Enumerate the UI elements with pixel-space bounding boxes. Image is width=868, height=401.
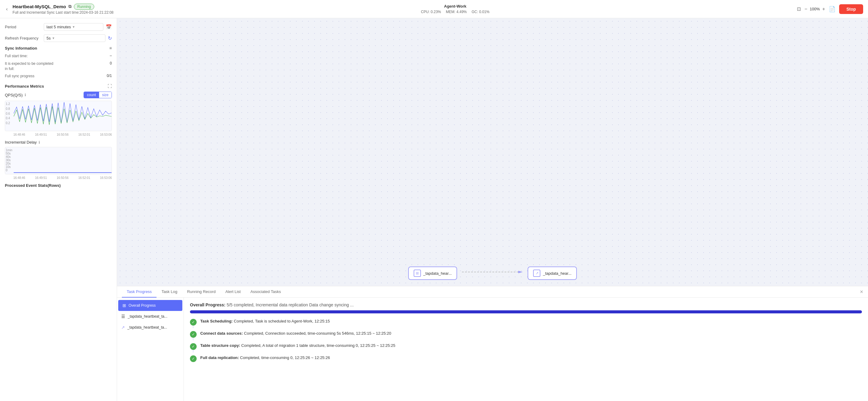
header-left: ‹ Heartbeat-MySQL_Demo ⧉ Running Full an… xyxy=(5,4,114,15)
check-icon-table-copy: ✓ xyxy=(190,343,197,350)
zoom-level: 100% xyxy=(810,7,820,11)
dy-2: 40s xyxy=(6,155,12,159)
document-icon[interactable]: 📄 xyxy=(829,6,835,12)
overall-label: Overall Progress xyxy=(129,303,156,308)
back-button[interactable]: ‹ xyxy=(5,5,9,13)
panel-content: ⊞ Overall Progress ☰ _tapdata_heartbeat_… xyxy=(117,297,868,401)
target-node[interactable]: ↗ _tapdata_hear... xyxy=(528,266,577,280)
agent-info: Agent-Work CPU: 0.23% MEM: 4.49% GC: 0.0… xyxy=(119,4,792,14)
full-sync-val: 0/1 xyxy=(107,74,112,78)
dx-1: 16:49:51 xyxy=(35,176,47,179)
target-node-icon: ↗ xyxy=(533,269,541,277)
stop-button[interactable]: Stop xyxy=(839,4,863,14)
period-row: Period last 5 minutes ▼ 📅 xyxy=(5,23,112,31)
dx-0: 16:48:46 xyxy=(13,176,25,179)
tab-associated-tasks[interactable]: Associated Tasks xyxy=(246,286,286,297)
delay-x-labels: 16:48:46 16:49:51 16:50:56 16:52:01 16:5… xyxy=(5,176,112,179)
progress-list: ⊞ Overall Progress ☰ _tapdata_heartbeat_… xyxy=(117,297,184,401)
calendar-icon[interactable]: 📅 xyxy=(106,24,112,30)
tab-running-record[interactable]: Running Record xyxy=(182,286,220,297)
external-link-icon[interactable]: ⧉ xyxy=(68,4,71,9)
progress-detail: Overall Progress: 5/5 completed, Increme… xyxy=(184,297,868,401)
progress-item-table2[interactable]: ↗ _tapdata_heartbeat_ta... xyxy=(117,322,184,333)
dy-1: 50s xyxy=(6,152,12,155)
zoom-in-button[interactable]: + xyxy=(823,6,825,12)
running-badge: Running xyxy=(74,4,94,10)
tabs-row: Task Progress Task Log Running Record Al… xyxy=(117,286,868,297)
qps-chart-svg xyxy=(14,101,112,126)
task-info: Heartbeat-MySQL_Demo ⧉ Running Full and … xyxy=(12,4,113,15)
main-content: Period last 5 minutes ▼ 📅 Refresh Freque… xyxy=(0,18,868,401)
count-toggle-button[interactable]: count xyxy=(84,92,99,98)
full-start-val: – xyxy=(110,54,112,58)
timeline-content-full-replication: Full data replication: Completed, time-c… xyxy=(200,355,330,361)
cpu-label: CPU: 0.23% xyxy=(421,10,441,14)
qps-header: QPS(Q/S) ℹ count size xyxy=(5,92,112,98)
delay-chart: 1min 50s 40s 30s 20s 10s 0 xyxy=(5,147,112,174)
tab-task-log[interactable]: Task Log xyxy=(157,286,182,297)
delay-info-icon[interactable]: ℹ xyxy=(39,140,40,145)
perf-expand-icon[interactable]: ⛶ xyxy=(107,84,112,89)
check-icon-scheduling: ✓ xyxy=(190,319,197,325)
overall-progress-bar xyxy=(190,310,862,313)
full-start-label: Full start time: xyxy=(5,54,28,59)
qps-info-icon[interactable]: ℹ xyxy=(25,93,26,97)
gc-label: GC: 0.01% xyxy=(472,10,490,14)
expected-row: It is expected to be completed in full: … xyxy=(5,61,112,71)
canvas-background xyxy=(117,18,868,286)
mem-label: MEM: 4.49% xyxy=(446,10,467,14)
agent-metrics: CPU: 0.23% MEM: 4.49% GC: 0.01% xyxy=(421,10,489,14)
delay-y-labels: 1min 50s 40s 30s 20s 10s 0 xyxy=(5,147,13,169)
sync-info-section: Full start time: – It is expected to be … xyxy=(5,54,112,79)
full-sync-progress-wrap: 0/1 xyxy=(104,74,112,78)
period-select[interactable]: last 5 minutes ▼ xyxy=(44,23,103,31)
expected-val: 0 xyxy=(110,61,112,65)
tab-alert-list[interactable]: Alert List xyxy=(220,286,246,297)
tab-task-progress[interactable]: Task Progress xyxy=(122,286,157,297)
sync-info-header: Sync Information ≡ xyxy=(5,46,112,51)
perf-header: Performance Metrics ⛶ xyxy=(5,84,112,89)
panel-close-button[interactable]: × xyxy=(860,289,863,295)
table2-label: _tapdata_heartbeat_ta... xyxy=(127,325,167,330)
task-name-label: Heartbeat-MySQL_Demo xyxy=(12,4,66,9)
delay-title: Incremental Delay xyxy=(5,140,37,145)
connector-svg xyxy=(462,269,523,275)
header-right: ⊡ − 100% + 📄 Stop xyxy=(797,4,863,14)
period-arrow: ▼ xyxy=(72,25,75,29)
zoom-controls: − 100% + xyxy=(804,6,825,12)
table2-icon: ↗ xyxy=(121,325,125,330)
delay-chart-svg xyxy=(14,147,112,174)
sync-info-title: Sync Information xyxy=(5,46,37,51)
size-toggle-button[interactable]: size xyxy=(99,92,112,98)
canvas-area[interactable]: ⊞ _tapdata_hear... ↗ xyxy=(117,18,868,286)
source-node-card[interactable]: ⊞ _tapdata_hear... xyxy=(408,266,457,280)
progress-item-overall[interactable]: ⊞ Overall Progress xyxy=(118,300,182,311)
dy-3: 30s xyxy=(6,159,12,162)
refresh-arrow: ▼ xyxy=(52,36,55,40)
timeline-item-scheduling: ✓ Task Scheduling: Completed, Task is sc… xyxy=(190,318,862,325)
delay-section: Incremental Delay ℹ 1min 50s 40s 30s 20s… xyxy=(5,140,112,179)
fullscreen-toggle[interactable]: ⊡ xyxy=(797,6,801,12)
timeline-content-scheduling: Task Scheduling: Completed, Task is sche… xyxy=(200,318,330,324)
task-name-row: Heartbeat-MySQL_Demo ⧉ Running xyxy=(12,4,113,10)
refresh-select[interactable]: 5s ▼ xyxy=(44,34,105,42)
timeline-item-full-replication: ✓ Full data replication: Completed, time… xyxy=(190,355,862,362)
overall-icon: ⊞ xyxy=(122,303,126,308)
sync-info-menu-icon[interactable]: ≡ xyxy=(110,46,112,51)
source-node[interactable]: ⊞ _tapdata_hear... xyxy=(408,266,457,280)
full-start-row: Full start time: – xyxy=(5,54,112,59)
refresh-icon[interactable]: ↻ xyxy=(108,35,112,41)
zoom-out-button[interactable]: − xyxy=(804,6,807,12)
dx-3: 16:52:01 xyxy=(79,176,90,179)
timeline-content-table-copy: Table structure copy: Completed, A total… xyxy=(200,343,395,349)
progress-item-table1[interactable]: ☰ _tapdata_heartbeat_ta... xyxy=(117,311,184,322)
target-node-card[interactable]: ↗ _tapdata_hear... xyxy=(528,266,577,280)
y-label-3: 0.4 xyxy=(6,117,10,120)
dy-0: 1min xyxy=(6,148,12,152)
refresh-row: Refresh Frequency 5s ▼ ↻ xyxy=(5,34,112,42)
source-node-label: _tapdata_hear... xyxy=(423,271,452,276)
period-label: Period xyxy=(5,25,41,29)
refresh-label: Refresh Frequency xyxy=(5,36,41,40)
x-label-0: 16:48:46 xyxy=(13,133,25,136)
timeline: ✓ Task Scheduling: Completed, Task is sc… xyxy=(190,318,862,362)
